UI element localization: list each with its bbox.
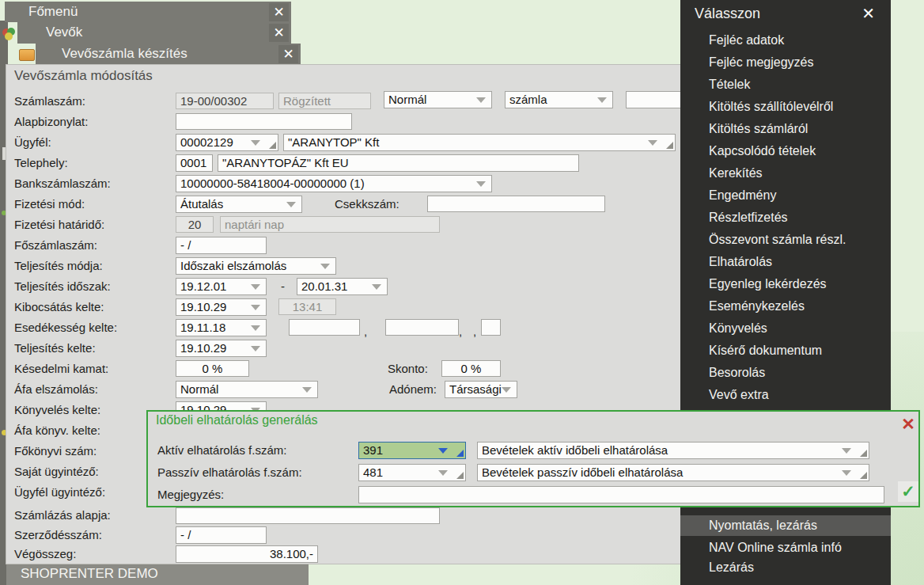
menu-item-fejlec-adatok[interactable]: Fejléc adatok <box>709 32 784 49</box>
label-konyveles-kelte: Könyvelés kelte: <box>14 403 100 416</box>
field-szerzodesszam[interactable]: - / <box>176 526 267 544</box>
dropdown-arrow-icon <box>286 202 296 207</box>
close-icon[interactable]: ✕ <box>898 415 918 434</box>
dropdown-arrow-icon <box>251 140 260 146</box>
dropdown-arrow-icon <box>438 470 448 476</box>
menu-item-engedmeny[interactable]: Engedmény <box>709 187 776 204</box>
menu-item-besorolas[interactable]: Besorolás <box>709 364 765 382</box>
menu-item-konyveles[interactable]: Könyvelés <box>709 320 767 337</box>
label-teljesites-kelte: Teljesítés kelte: <box>14 341 96 355</box>
menu-item-egyenleg-lekerdezes[interactable]: Egyenleg lekérdezés <box>709 275 827 293</box>
label-kibocsatas-kelte: Kibocsátás kelte: <box>14 300 104 313</box>
dropdown-kibocsatas-kelte[interactable]: 19.10.29 <box>176 298 267 316</box>
dropdown-arrow-icon <box>372 284 381 290</box>
dropdown-adonem[interactable]: Társasági <box>445 381 517 398</box>
label-ugyfel-ugyintezo: Ügyfél ügyintéző: <box>14 485 105 499</box>
dropdown-teljesites-kelte[interactable]: 19.10.29 <box>176 340 267 357</box>
menu-item-kitoltes-szamlarol[interactable]: Kitöltés számláról <box>709 120 808 138</box>
label-foszamlaszam: Főszámlaszám: <box>14 238 97 252</box>
close-icon[interactable]: ✕ <box>278 45 298 63</box>
palette-icon[interactable] <box>1 26 17 42</box>
field-esedekesseg-2[interactable] <box>385 319 459 336</box>
label-afa-elszamolas: Áfa elszámolás: <box>14 382 98 396</box>
menu-item-reszletfizetes[interactable]: Részletfizetés <box>709 209 788 226</box>
menu-item-tetelek[interactable]: Tételek <box>709 76 750 93</box>
dropdown-afa-elszamolas[interactable]: Normál <box>176 381 318 398</box>
dialog-title: Időbeli elhatárolás generálás <box>156 413 318 427</box>
field-status: Rögzített <box>278 93 371 109</box>
field-esedekesseg-3[interactable] <box>481 319 501 336</box>
folder-icon[interactable] <box>19 49 35 61</box>
field-megjegyzes[interactable] <box>358 486 884 503</box>
window-bar-fomenu[interactable]: Főmenü ✕ <box>5 2 291 22</box>
dropdown-aktiv-fszam[interactable]: 391 <box>358 442 466 459</box>
field-telephely-code[interactable]: 0001 <box>176 154 213 172</box>
dropdown-arrow-icon <box>476 97 486 103</box>
confirm-check-icon[interactable]: ✓ <box>898 481 918 502</box>
field-telephely-name[interactable]: "ARANYTOPÁZ" Kft EU <box>218 154 579 172</box>
dropdown-teljesites-modja[interactable]: Időszaki elszámolás <box>176 257 336 275</box>
field-esedekesseg-1[interactable] <box>289 319 360 336</box>
field-skonto[interactable]: 0 % <box>441 360 501 377</box>
close-icon[interactable]: ✕ <box>269 3 289 21</box>
menu-item-kisero-dokumentum[interactable]: Kísérő dokumentum <box>709 342 822 359</box>
dropdown-arrow-icon <box>438 448 448 454</box>
dropdown-passziv-name[interactable]: Bevételek passzív időbeli elhatárolása <box>477 464 869 481</box>
menu-item-osszevont-szamla[interactable]: Összevont számla részl. <box>709 231 846 249</box>
menu-item-vevo-extra[interactable]: Vevő extra <box>709 386 769 404</box>
menu-item-elhatarolas[interactable]: Elhatárolás <box>709 253 772 271</box>
field-hatarido-unit: naptári nap <box>220 216 440 233</box>
menu-item-kerekites[interactable]: Kerekítés <box>709 165 763 182</box>
label-fokonyvi-szam: Főkönyvi szám: <box>14 444 97 458</box>
dialog-idobeli-elhatarolas: Időbeli elhatárolás generálás ✕ Aktív el… <box>146 410 920 507</box>
dropdown-idoszak-from[interactable]: 19.12.01 <box>176 278 267 295</box>
dropdown-passziv-fszam[interactable]: 481 <box>358 464 466 481</box>
dropdown-bankszamlaszam[interactable]: 10000000-58418004-00000000 (1) <box>176 175 492 192</box>
desktop: Főmenü ✕ Vevők ✕ Vevőszámla készítés ✕ V… <box>0 0 924 585</box>
menu-item-kapcsolodo-tetelek[interactable]: Kapcsolódó tételek <box>709 142 816 160</box>
menu-item-nyomtatas-lezaras[interactable]: Nyomtatás, lezárás <box>680 515 891 536</box>
dropdown-arrow-icon <box>251 284 260 290</box>
dropdown-idoszak-to[interactable]: 20.01.31 <box>297 278 388 295</box>
window-bar-vevoszamla-keszites[interactable]: Vevőszámla készítés ✕ <box>36 44 301 65</box>
dropdown-ugyfel-name[interactable]: "ARANYTOP" Kft <box>283 134 676 151</box>
corner-grip-icon <box>666 142 673 149</box>
dropdown-esedekesseg-kelte[interactable]: 19.11.18 <box>176 319 267 336</box>
label-ugyfel: Ügyfél: <box>14 135 51 149</box>
label-szerzodesszam: Szerződésszám: <box>14 528 102 541</box>
dropdown-arrow-icon <box>320 264 330 269</box>
field-szamlazas-alapja[interactable] <box>176 507 440 524</box>
menu-item-nav-online-szamla-info[interactable]: NAV Online számla infó <box>709 539 842 557</box>
corner-grip-icon <box>456 450 464 457</box>
dropdown-invoice-kind[interactable]: Normál <box>384 91 492 108</box>
dropdown-arrow-icon <box>251 325 260 331</box>
dropdown-arrow-icon <box>597 97 607 103</box>
field-foszamlaszam[interactable]: - / <box>176 237 267 254</box>
close-icon[interactable]: ✕ <box>269 24 289 42</box>
label-aktiv-elhatarolas: Aktív elhatárolás f.szám: <box>157 443 286 457</box>
label-afa-konyv-kelte: Áfa könyv. kelte: <box>14 424 100 437</box>
menu-item-fejlec-megjegyzes[interactable]: Fejléc megjegyzés <box>709 54 814 71</box>
corner-grip-icon <box>860 472 867 479</box>
label-szamlaszam: Számlaszám: <box>14 94 85 108</box>
dropdown-doc-type[interactable]: számla <box>505 91 613 108</box>
dropdown-ugyfel-code[interactable]: 00002129 <box>176 134 278 151</box>
menu-item-esemenykezeles[interactable]: Eseménykezelés <box>709 298 805 315</box>
corner-grip-icon <box>456 472 464 479</box>
close-icon[interactable]: ✕ <box>862 4 875 23</box>
dropdown-aktiv-name[interactable]: Bevételek aktív időbeli elhatárolása <box>477 442 869 459</box>
field-fizetesi-hatarido[interactable]: 20 <box>176 216 214 233</box>
field-szamlaszam: 19-00/00302 <box>176 93 274 109</box>
dropdown-arrow-icon <box>476 181 486 187</box>
menu-item-lezaras[interactable]: Lezárás <box>709 559 754 576</box>
field-alapbizonylat[interactable] <box>176 113 352 130</box>
window-bar-vevok[interactable]: Vevők ✕ <box>17 22 291 44</box>
label-comma: , <box>364 325 367 338</box>
dropdown-arrow-icon <box>502 387 511 393</box>
field-extra[interactable] <box>626 91 682 108</box>
field-kesedelmi-kamat[interactable]: 0 % <box>176 360 249 377</box>
menu-item-kitoltes-szallitolevelrol[interactable]: Kitöltés szállítólevélről <box>709 98 833 116</box>
window-title: Vevőszámla készítés <box>62 46 187 62</box>
field-csekkszam[interactable] <box>427 196 605 212</box>
dropdown-fizetesi-mod[interactable]: Átutalás <box>176 196 302 213</box>
